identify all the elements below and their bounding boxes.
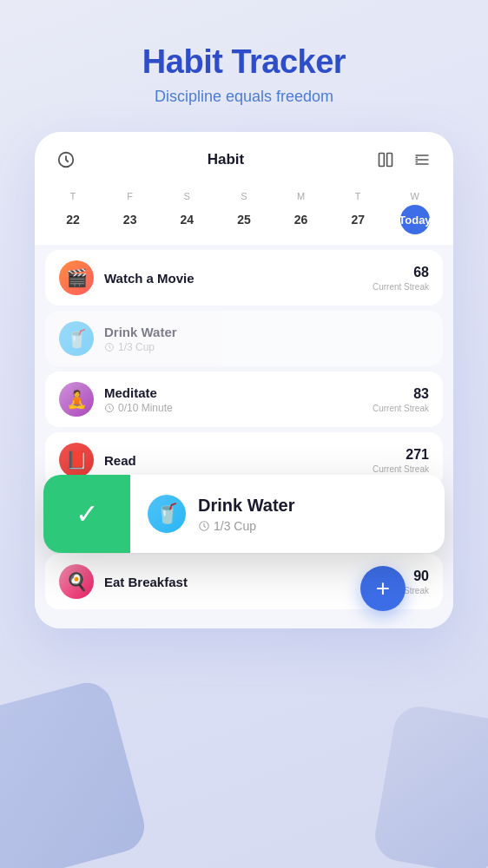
habit-sub: 0/10 Minute [104,402,173,414]
day-number: 24 [172,205,201,234]
habit-right: 68 Current Streak [373,265,429,292]
day-number: 27 [343,205,373,234]
habit-left: 🍳 Eat Breakfast [59,564,188,599]
app-subtitle: Discipline equals freedom [17,88,471,106]
list-icon[interactable] [408,146,436,174]
streak-label: Current Streak [373,464,429,474]
add-habit-button[interactable]: + [360,566,406,611]
habit-right: 83 Current Streak [373,386,429,413]
habit-name: Drink Water [104,325,177,339]
day-label: T [69,191,76,201]
habit-name: Meditate [104,385,173,400]
habit-name: Watch a Movie [104,271,195,286]
list-item[interactable]: 🎬 Watch a Movie 68 Current Streak [45,250,443,306]
tracker-nav: Habit [52,146,436,174]
streak-count: 68 [413,265,429,280]
day-number: Today [400,205,430,234]
day-number: 25 [229,205,259,234]
day-number: 23 [115,205,145,234]
habit-info: Drink Water 1/3 Cup [104,325,177,353]
calendar-day[interactable]: WToday [398,191,432,234]
tracker-title: Habit [208,151,245,168]
day-label: W [411,191,420,201]
habit-sub: 1/3 Cup [104,341,177,353]
streak-label: Current Streak [373,282,429,292]
clock-icon[interactable] [52,146,80,174]
streak-count: 83 [413,386,429,402]
habit-info: Meditate 0/10 Minute [104,385,173,414]
day-label: T [355,191,361,201]
streak-count: 271 [406,447,429,463]
tracker-header: Habit [35,132,453,245]
calendar-day[interactable]: S25 [227,191,261,234]
svg-rect-1 [379,154,385,167]
clock-small-icon [198,520,210,532]
habit-icon: 🎬 [59,260,94,295]
day-number: 22 [58,205,88,234]
habit-name: Eat Breakfast [104,575,188,589]
habit-icon: 🥤 [59,321,94,356]
phone-card: Habit [35,132,453,628]
calendar-day[interactable]: T27 [340,191,375,234]
calendar-day[interactable]: S24 [169,191,204,234]
habit-info: Eat Breakfast [104,575,188,589]
calendar-row: T22F23S24S25M26T27WToday [52,184,436,245]
habit-left: 🎬 Watch a Movie [59,260,195,295]
app-title: Habit Tracker [17,43,471,81]
habit-icon: 🍳 [59,564,94,599]
list-item[interactable]: 🧘 Meditate 0/10 Minute 83 Current Streak [45,372,443,427]
popup-check-bg: ✓ [43,475,130,553]
list-item[interactable]: 🥤 Drink Water 1/3 Cup [45,311,443,366]
habit-info: Watch a Movie [104,271,195,286]
habit-right: 271 Current Streak [373,447,429,474]
streak-label: Current Streak [373,404,429,413]
layout-icon[interactable] [372,146,399,174]
popup-info: Drink Water 1/3 Cup [198,496,295,533]
bg-decoration-left [0,677,150,868]
day-label: S [183,191,190,201]
calendar-day[interactable]: M26 [284,191,319,234]
popup-habit-sub: 1/3 Cup [198,519,295,533]
drink-water-popup[interactable]: ✓ 🥤 Drink Water 1/3 Cup [43,475,445,553]
bg-decoration-right [371,702,488,868]
check-icon: ✓ [76,497,99,530]
svg-rect-2 [387,154,392,167]
calendar-day[interactable]: F23 [113,191,148,234]
header-section: Habit Tracker Discipline equals freedom [0,0,488,132]
popup-habit-icon: 🥤 [148,495,186,533]
habit-info: Read [104,453,136,468]
calendar-day[interactable]: T22 [56,191,90,234]
habit-name: Read [104,453,136,468]
habit-icon: 🧘 [59,382,94,417]
popup-habit-name: Drink Water [198,496,295,516]
popup-content: 🥤 Drink Water 1/3 Cup [130,495,445,533]
habit-left: 🥤 Drink Water 1/3 Cup [59,321,177,356]
habit-left: 📕 Read [59,443,136,477]
day-label: S [241,191,247,201]
day-label: M [297,191,305,201]
streak-count: 90 [413,569,429,584]
day-label: F [127,191,133,201]
habit-icon: 📕 [59,443,94,477]
habit-left: 🧘 Meditate 0/10 Minute [59,382,173,417]
day-number: 26 [287,205,316,234]
